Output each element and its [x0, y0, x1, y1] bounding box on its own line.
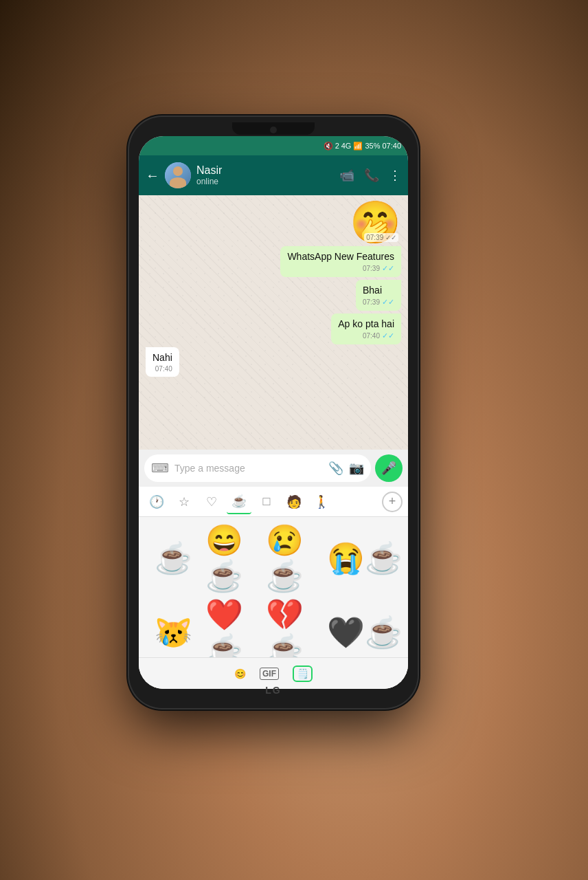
message-time-3: 07:40 — [363, 332, 380, 340]
phone-body: 🔇 2 4G 📶 35% 07:40 ← Nasir online — [129, 117, 418, 708]
sticker-dark-coffee[interactable]: 🖤☕ — [327, 597, 403, 657]
phone-container: 🔇 2 4G 📶 35% 07:40 ← Nasir online — [129, 117, 418, 708]
contact-name: Nasir — [196, 164, 334, 177]
back-button[interactable]: ← — [146, 168, 159, 184]
menu-icon[interactable]: ⋮ — [389, 168, 401, 183]
network-label: 4G — [341, 142, 352, 150]
header-icons: 📹 📞 ⋮ — [339, 168, 401, 183]
sticker-tabs: 🕐 ☆ ♡ ☕ □ 🧑 🚶 + — [139, 487, 408, 517]
time-label: 07:40 — [382, 142, 401, 150]
sticker-tab-favorites[interactable]: ☆ — [172, 490, 196, 514]
input-area: ⌨ Type a message 📎 📷 🎤 — [139, 450, 408, 487]
sim-label: 2 — [335, 142, 339, 150]
contact-info: Nasir online — [196, 164, 334, 186]
avatar-image — [165, 162, 191, 188]
phone-camera — [270, 126, 277, 133]
sticker-broken-heart[interactable]: 💔☕ — [266, 597, 324, 657]
battery-label: 35% — [365, 142, 380, 150]
message-input-box[interactable]: ⌨ Type a message 📎 📷 — [144, 454, 371, 482]
status-icons: 🔇 2 4G 📶 35% 07:40 — [324, 142, 401, 151]
sticker-time: 07:39 ✓✓ — [364, 233, 398, 242]
sticker-tab-heart[interactable]: ♡ — [199, 490, 224, 514]
camera-icon[interactable]: 📷 — [349, 461, 364, 476]
message-bubble-4: Nahi 07:40 — [146, 347, 179, 377]
sticker-crying-coffee[interactable]: 😢☕ — [266, 522, 324, 594]
message-bubble-1: WhatsApp New Features 07:39 ✓✓ — [280, 246, 401, 277]
check-marks-3: ✓✓ — [382, 331, 394, 340]
message-meta-1: 07:39 ✓✓ — [287, 264, 394, 273]
sticker-tab-person1[interactable]: 🧑 — [282, 490, 306, 514]
message-meta-4: 07:40 — [152, 365, 172, 373]
input-placeholder[interactable]: Type a message — [174, 463, 323, 474]
message-text-3: Ap ko pta hai — [338, 318, 394, 329]
sticker-love-coffee[interactable]: ❤️☕ — [205, 597, 264, 657]
message-bubble-2: Bhai 07:39 ✓✓ — [356, 280, 401, 311]
gif-tab-button[interactable]: GIF — [260, 668, 279, 680]
sticker-bubble[interactable]: 🤭 07:39 ✓✓ — [350, 202, 401, 243]
gif-label: GIF — [260, 668, 279, 680]
emoji-tab-button[interactable]: 😊 — [234, 668, 246, 679]
add-sticker-button[interactable]: + — [382, 492, 403, 512]
sticker-tab-person2[interactable]: 🚶 — [309, 490, 334, 514]
mic-button[interactable]: 🎤 — [375, 454, 403, 482]
message-text-2: Bhai — [363, 285, 382, 296]
avatar — [165, 162, 191, 188]
message-time-2: 07:39 — [363, 298, 380, 306]
message-time-1: 07:39 — [363, 265, 380, 272]
sticker-tab-button[interactable]: 🗒️ — [293, 666, 313, 682]
status-bar: 🔇 2 4G 📶 35% 07:40 — [139, 136, 408, 155]
message-meta-2: 07:39 ✓✓ — [363, 298, 394, 307]
signal-icon: 📶 — [353, 142, 363, 151]
message-text-4: Nahi — [152, 352, 172, 363]
lg-logo: LG — [265, 685, 281, 696]
message-time-4: 07:40 — [155, 365, 172, 373]
message-text-1: WhatsApp New Features — [287, 251, 394, 262]
sticker-laughing-coffee[interactable]: 😄☕ — [205, 522, 264, 594]
sticker-tab-square[interactable]: □ — [254, 490, 279, 514]
attach-icon[interactable]: 📎 — [328, 461, 343, 476]
video-call-icon[interactable]: 📹 — [339, 168, 354, 183]
sticker-sad-cup[interactable]: 😿 — [144, 597, 203, 657]
keyboard-icon[interactable]: ⌨ — [151, 461, 169, 476]
sticker-tab-coffee[interactable]: ☕ — [227, 490, 251, 514]
voice-call-icon[interactable]: 📞 — [364, 168, 379, 183]
sticker-happy-coffee[interactable]: ☕ — [144, 522, 203, 594]
sticker-panel: 🕐 ☆ ♡ ☕ □ 🧑 🚶 + ☕ 😄☕ 😢☕ 😭☕ 😿 — [139, 487, 408, 689]
contact-status: online — [196, 177, 334, 186]
mute-icon: 🔇 — [324, 142, 333, 151]
phone-screen: 🔇 2 4G 📶 35% 07:40 ← Nasir online — [139, 136, 408, 689]
check-marks-1: ✓✓ — [382, 264, 394, 273]
chat-header: ← Nasir online 📹 📞 ⋮ — [139, 155, 408, 195]
message-meta-3: 07:40 ✓✓ — [338, 331, 394, 340]
sticker-grid: ☕ 😄☕ 😢☕ 😭☕ 😿 ❤️☕ 💔☕ 🖤☕ ☕❤ 〰️ 🤚 ⚡⚡ — [139, 517, 408, 657]
sticker-sobbing-coffee[interactable]: 😭☕ — [327, 522, 403, 594]
check-marks-2: ✓✓ — [382, 298, 394, 307]
sticker-tab-recent[interactable]: 🕐 — [144, 490, 169, 514]
message-bubble-3: Ap ko pta hai 07:40 ✓✓ — [331, 314, 401, 344]
chat-area: 🤭 07:39 ✓✓ WhatsApp New Features 07:39 ✓… — [139, 195, 408, 450]
